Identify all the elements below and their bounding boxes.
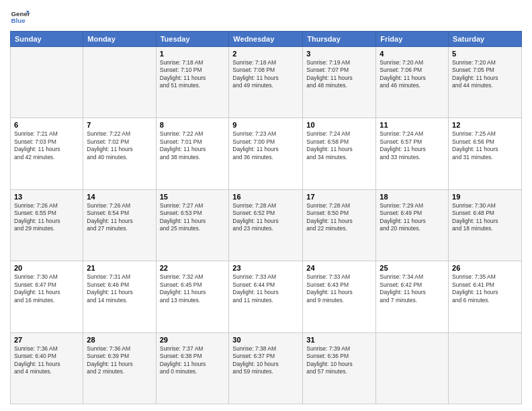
day-number: 13	[14, 193, 79, 201]
day-info: Sunrise: 7:36 AM Sunset: 6:40 PM Dayligh…	[14, 345, 79, 376]
calendar-header-row: SundayMondayTuesdayWednesdayThursdayFrid…	[11, 32, 522, 47]
day-info: Sunrise: 7:18 AM Sunset: 7:08 PM Dayligh…	[232, 59, 299, 90]
day-number: 29	[160, 336, 226, 344]
calendar-cell: 31Sunrise: 7:39 AM Sunset: 6:36 PM Dayli…	[303, 332, 376, 404]
day-number: 31	[306, 336, 372, 344]
day-number: 2	[232, 50, 299, 58]
calendar-cell: 8Sunrise: 7:22 AM Sunset: 7:01 PM Daylig…	[156, 118, 229, 189]
day-number: 15	[160, 193, 226, 201]
day-number: 5	[452, 50, 518, 58]
day-number: 14	[87, 193, 152, 201]
day-info: Sunrise: 7:27 AM Sunset: 6:53 PM Dayligh…	[160, 202, 226, 233]
day-info: Sunrise: 7:39 AM Sunset: 6:36 PM Dayligh…	[306, 345, 372, 376]
calendar-cell: 13Sunrise: 7:26 AM Sunset: 6:55 PM Dayli…	[11, 189, 83, 261]
calendar-cell: 20Sunrise: 7:30 AM Sunset: 6:47 PM Dayli…	[11, 261, 83, 332]
calendar-cell: 22Sunrise: 7:32 AM Sunset: 6:45 PM Dayli…	[156, 261, 229, 332]
day-number: 17	[306, 193, 372, 201]
day-info: Sunrise: 7:33 AM Sunset: 6:44 PM Dayligh…	[232, 273, 299, 304]
calendar-week-4: 20Sunrise: 7:30 AM Sunset: 6:47 PM Dayli…	[11, 261, 522, 332]
calendar-cell	[11, 47, 83, 118]
calendar-cell: 23Sunrise: 7:33 AM Sunset: 6:44 PM Dayli…	[229, 261, 303, 332]
calendar-cell: 30Sunrise: 7:38 AM Sunset: 6:37 PM Dayli…	[229, 332, 303, 404]
calendar-cell: 27Sunrise: 7:36 AM Sunset: 6:40 PM Dayli…	[11, 332, 83, 404]
calendar-cell: 1Sunrise: 7:18 AM Sunset: 7:10 PM Daylig…	[156, 47, 229, 118]
day-info: Sunrise: 7:26 AM Sunset: 6:54 PM Dayligh…	[87, 202, 152, 233]
day-info: Sunrise: 7:22 AM Sunset: 7:01 PM Dayligh…	[160, 130, 226, 161]
day-number: 16	[232, 193, 299, 201]
calendar-cell: 26Sunrise: 7:35 AM Sunset: 6:41 PM Dayli…	[449, 261, 522, 332]
calendar-cell	[376, 332, 449, 404]
calendar-cell: 24Sunrise: 7:33 AM Sunset: 6:43 PM Dayli…	[303, 261, 376, 332]
calendar-cell: 25Sunrise: 7:34 AM Sunset: 6:42 PM Dayli…	[376, 261, 449, 332]
day-info: Sunrise: 7:20 AM Sunset: 7:06 PM Dayligh…	[380, 59, 445, 90]
day-number: 3	[306, 50, 372, 58]
day-number: 20	[14, 264, 79, 272]
day-number: 4	[380, 50, 445, 58]
day-info: Sunrise: 7:21 AM Sunset: 7:03 PM Dayligh…	[14, 130, 79, 161]
col-header-saturday: Saturday	[449, 32, 522, 47]
calendar-cell: 5Sunrise: 7:20 AM Sunset: 7:05 PM Daylig…	[449, 47, 522, 118]
day-number: 12	[452, 121, 518, 129]
day-number: 19	[452, 193, 518, 201]
day-info: Sunrise: 7:19 AM Sunset: 7:07 PM Dayligh…	[306, 59, 372, 90]
calendar-table: SundayMondayTuesdayWednesdayThursdayFrid…	[10, 31, 522, 404]
logo: General Blue	[10, 7, 30, 27]
col-header-friday: Friday	[376, 32, 449, 47]
col-header-sunday: Sunday	[11, 32, 83, 47]
day-info: Sunrise: 7:30 AM Sunset: 6:47 PM Dayligh…	[14, 273, 79, 304]
calendar-cell: 11Sunrise: 7:24 AM Sunset: 6:57 PM Dayli…	[376, 118, 449, 189]
calendar-cell: 14Sunrise: 7:26 AM Sunset: 6:54 PM Dayli…	[83, 189, 156, 261]
day-number: 26	[452, 264, 518, 272]
day-info: Sunrise: 7:26 AM Sunset: 6:55 PM Dayligh…	[14, 202, 79, 233]
calendar-cell: 16Sunrise: 7:28 AM Sunset: 6:52 PM Dayli…	[229, 189, 303, 261]
calendar-cell: 9Sunrise: 7:23 AM Sunset: 7:00 PM Daylig…	[229, 118, 303, 189]
day-number: 9	[232, 121, 299, 129]
day-number: 25	[380, 264, 445, 272]
day-info: Sunrise: 7:28 AM Sunset: 6:50 PM Dayligh…	[306, 202, 372, 233]
calendar-week-5: 27Sunrise: 7:36 AM Sunset: 6:40 PM Dayli…	[11, 332, 522, 404]
calendar-cell: 12Sunrise: 7:25 AM Sunset: 6:56 PM Dayli…	[449, 118, 522, 189]
calendar-cell: 4Sunrise: 7:20 AM Sunset: 7:06 PM Daylig…	[376, 47, 449, 118]
day-number: 10	[306, 121, 372, 129]
day-number: 8	[160, 121, 226, 129]
day-info: Sunrise: 7:24 AM Sunset: 6:57 PM Dayligh…	[380, 130, 445, 161]
day-info: Sunrise: 7:33 AM Sunset: 6:43 PM Dayligh…	[306, 273, 372, 304]
calendar-cell	[83, 47, 156, 118]
day-number: 1	[160, 50, 226, 58]
calendar-week-1: 1Sunrise: 7:18 AM Sunset: 7:10 PM Daylig…	[11, 47, 522, 118]
day-number: 24	[306, 264, 372, 272]
day-number: 6	[14, 121, 79, 129]
calendar-cell	[449, 332, 522, 404]
calendar-cell: 2Sunrise: 7:18 AM Sunset: 7:08 PM Daylig…	[229, 47, 303, 118]
calendar-cell: 3Sunrise: 7:19 AM Sunset: 7:07 PM Daylig…	[303, 47, 376, 118]
day-number: 22	[160, 264, 226, 272]
day-info: Sunrise: 7:34 AM Sunset: 6:42 PM Dayligh…	[380, 273, 445, 304]
col-header-tuesday: Tuesday	[156, 32, 229, 47]
calendar-cell: 6Sunrise: 7:21 AM Sunset: 7:03 PM Daylig…	[11, 118, 83, 189]
col-header-wednesday: Wednesday	[229, 32, 303, 47]
calendar-week-3: 13Sunrise: 7:26 AM Sunset: 6:55 PM Dayli…	[11, 189, 522, 261]
day-info: Sunrise: 7:32 AM Sunset: 6:45 PM Dayligh…	[160, 273, 226, 304]
calendar-cell: 15Sunrise: 7:27 AM Sunset: 6:53 PM Dayli…	[156, 189, 229, 261]
calendar-cell: 21Sunrise: 7:31 AM Sunset: 6:46 PM Dayli…	[83, 261, 156, 332]
day-info: Sunrise: 7:38 AM Sunset: 6:37 PM Dayligh…	[232, 345, 299, 376]
day-number: 18	[380, 193, 445, 201]
calendar-page: General Blue SundayMondayTuesdayWednesda…	[0, 0, 532, 411]
day-number: 11	[380, 121, 445, 129]
calendar-cell: 29Sunrise: 7:37 AM Sunset: 6:38 PM Dayli…	[156, 332, 229, 404]
calendar-cell: 7Sunrise: 7:22 AM Sunset: 7:02 PM Daylig…	[83, 118, 156, 189]
day-number: 27	[14, 336, 79, 344]
day-info: Sunrise: 7:31 AM Sunset: 6:46 PM Dayligh…	[87, 273, 152, 304]
day-info: Sunrise: 7:18 AM Sunset: 7:10 PM Dayligh…	[160, 59, 226, 90]
day-number: 21	[87, 264, 152, 272]
day-info: Sunrise: 7:35 AM Sunset: 6:41 PM Dayligh…	[452, 273, 518, 304]
svg-text:Blue: Blue	[11, 17, 26, 24]
day-info: Sunrise: 7:25 AM Sunset: 6:56 PM Dayligh…	[452, 130, 518, 161]
day-info: Sunrise: 7:28 AM Sunset: 6:52 PM Dayligh…	[232, 202, 299, 233]
header: General Blue	[10, 7, 522, 27]
day-info: Sunrise: 7:24 AM Sunset: 6:58 PM Dayligh…	[306, 130, 372, 161]
day-number: 23	[232, 264, 299, 272]
calendar-cell: 10Sunrise: 7:24 AM Sunset: 6:58 PM Dayli…	[303, 118, 376, 189]
col-header-monday: Monday	[83, 32, 156, 47]
calendar-cell: 17Sunrise: 7:28 AM Sunset: 6:50 PM Dayli…	[303, 189, 376, 261]
